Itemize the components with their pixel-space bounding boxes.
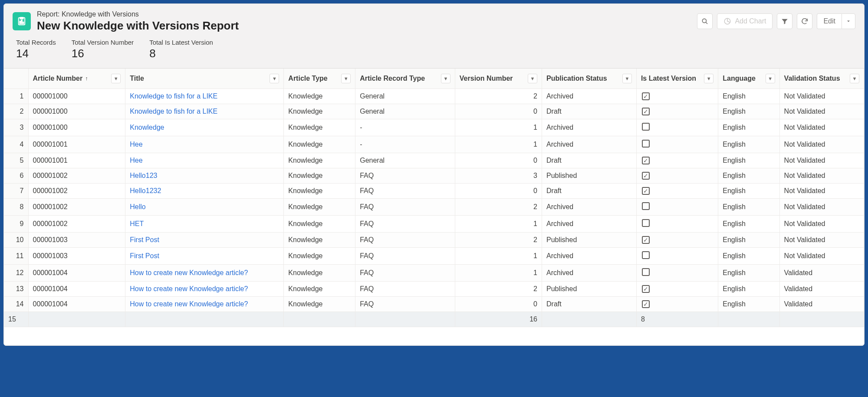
cell-is-latest-version [637, 184, 718, 199]
row-number: 14 [4, 297, 29, 312]
row-number: 6 [4, 168, 29, 184]
cell-article_record_type: General [355, 89, 455, 104]
cell-version_number: 3 [455, 168, 542, 184]
column-header-article_record_type[interactable]: Article Record Type▼ [355, 69, 455, 89]
column-menu-button[interactable]: ▼ [850, 74, 859, 83]
cell-article_type: Knowledge [284, 89, 355, 104]
title-link[interactable]: Hello123 [130, 172, 157, 179]
column-menu-button[interactable]: ▼ [622, 74, 632, 83]
cell-validation_status: Not Validated [780, 89, 864, 104]
cell-article_record_type: FAQ [355, 265, 455, 282]
cell-language: English [718, 297, 779, 312]
column-menu-button[interactable]: ▼ [270, 74, 279, 83]
title-link[interactable]: Knowledge to fish for a LIKE [130, 92, 217, 100]
column-header-validation_status[interactable]: Validation Status▼ [780, 69, 864, 89]
filter-button[interactable] [777, 13, 792, 29]
checkbox-checked-icon [642, 285, 650, 293]
cell-publication_status: Draft [542, 153, 637, 168]
title-link[interactable]: Knowledge to fish for a LIKE [130, 108, 217, 115]
title-link[interactable]: Hello1232 [130, 187, 161, 194]
search-button[interactable] [697, 13, 713, 29]
cell-publication_status: Draft [542, 297, 637, 312]
cell-article_record_type: FAQ [355, 297, 455, 312]
column-header-title[interactable]: Title▼ [125, 69, 284, 89]
column-header-language[interactable]: Language▼ [718, 69, 779, 89]
cell-is-latest-version [637, 199, 718, 216]
cell-language: English [718, 216, 779, 233]
title-link[interactable]: First Post [130, 236, 159, 243]
checkbox-unchecked-icon [642, 268, 650, 276]
cell-article_type: Knowledge [284, 216, 355, 233]
cell-article_record_type: FAQ [355, 184, 455, 199]
totals-row: 15 16 8 [4, 312, 864, 327]
checkbox-checked-icon [642, 92, 650, 100]
cell-title: How to create new Knowledge article? [125, 282, 284, 297]
cell-validation_status: Not Validated [780, 153, 864, 168]
column-menu-button[interactable]: ▼ [766, 74, 775, 83]
summary-label: Total Is Latest Version [149, 39, 213, 46]
add-chart-button[interactable]: Add Chart [717, 13, 773, 29]
title-link[interactable]: How to create new Knowledge article? [130, 269, 248, 276]
title-link[interactable]: Hello [130, 203, 145, 210]
totals-version-number: 16 [455, 312, 542, 327]
title-link[interactable]: Hee [130, 141, 142, 148]
cell-validation_status: Validated [780, 265, 864, 282]
column-header-article_number[interactable]: Article Number↑▼ [29, 69, 126, 89]
refresh-button[interactable] [797, 13, 812, 29]
cell-version_number: 0 [455, 153, 542, 168]
row-number: 8 [4, 199, 29, 216]
column-menu-button[interactable]: ▼ [441, 74, 450, 83]
cell-validation_status: Not Validated [780, 104, 864, 119]
cell-version_number: 2 [455, 233, 542, 248]
checkbox-unchecked-icon [642, 202, 650, 210]
column-menu-button[interactable]: ▼ [704, 74, 713, 83]
cell-article_type: Knowledge [284, 168, 355, 184]
cell-publication_status: Draft [542, 184, 637, 199]
cell-publication_status: Archived [542, 248, 637, 265]
cell-article_record_type: FAQ [355, 233, 455, 248]
cell-language: English [718, 265, 779, 282]
add-chart-label: Add Chart [735, 17, 766, 25]
cell-validation_status: Not Validated [780, 168, 864, 184]
cell-article_number: 000001003 [29, 248, 126, 265]
cell-is-latest-version [637, 104, 718, 119]
column-menu-button[interactable]: ▼ [111, 74, 121, 83]
edit-label: Edit [823, 17, 835, 25]
title-link[interactable]: First Post [130, 252, 159, 259]
cell-article_record_type: FAQ [355, 216, 455, 233]
cell-is-latest-version [637, 136, 718, 153]
column-label: Title [130, 75, 144, 82]
row-number: 2 [4, 104, 29, 119]
cell-publication_status: Published [542, 233, 637, 248]
report-header: Report: Knowledge with Versions New Know… [4, 4, 864, 36]
cell-validation_status: Validated [780, 297, 864, 312]
column-label: Article Record Type [360, 75, 425, 82]
edit-button[interactable]: Edit [817, 13, 842, 29]
cell-is-latest-version [637, 248, 718, 265]
column-header-is_latest_version[interactable]: Is Latest Version▼ [637, 69, 718, 89]
column-menu-button[interactable]: ▼ [528, 74, 537, 83]
cell-article_type: Knowledge [284, 282, 355, 297]
checkbox-checked-icon [642, 108, 650, 115]
row-number: 7 [4, 184, 29, 199]
cell-title: First Post [125, 233, 284, 248]
title-link[interactable]: Knowledge [130, 124, 164, 131]
column-header-article_type[interactable]: Article Type▼ [284, 69, 355, 89]
column-header-version_number[interactable]: Version Number▼ [455, 69, 542, 89]
cell-version_number: 1 [455, 119, 542, 136]
title-link[interactable]: How to create new Knowledge article? [130, 285, 248, 292]
cell-title: How to create new Knowledge article? [125, 297, 284, 312]
column-menu-button[interactable]: ▼ [341, 74, 351, 83]
title-link[interactable]: HET [130, 220, 144, 227]
cell-language: English [718, 248, 779, 265]
edit-menu-button[interactable] [842, 13, 855, 29]
column-label: Is Latest Version [641, 75, 696, 82]
title-link[interactable]: Hee [130, 157, 142, 164]
column-header-publication_status[interactable]: Publication Status▼ [542, 69, 637, 89]
cell-is-latest-version [637, 282, 718, 297]
cell-publication_status: Archived [542, 119, 637, 136]
checkbox-unchecked-icon [642, 251, 650, 259]
chart-icon [723, 17, 731, 25]
column-label: Article Type [288, 75, 327, 82]
title-link[interactable]: How to create new Knowledge article? [130, 300, 248, 308]
